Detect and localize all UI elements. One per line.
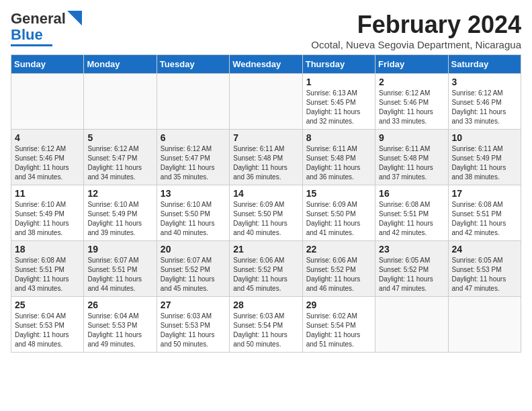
weekday-header: Thursday [302, 55, 375, 74]
calendar-day-cell [11, 74, 84, 130]
calendar-day-cell: 9Sunrise: 6:11 AMSunset: 5:48 PMDaylight… [375, 130, 448, 185]
weekday-header: Wednesday [230, 55, 302, 74]
calendar-day-cell: 16Sunrise: 6:08 AMSunset: 5:51 PMDayligh… [375, 185, 448, 241]
day-info: Sunrise: 6:09 AMSunset: 5:50 PMDaylight:… [306, 200, 371, 238]
day-info: Sunrise: 6:07 AMSunset: 5:52 PMDaylight:… [161, 256, 226, 293]
calendar-day-cell: 17Sunrise: 6:08 AMSunset: 5:51 PMDayligh… [448, 185, 521, 241]
calendar-day-cell: 1Sunrise: 6:13 AMSunset: 5:45 PMDaylight… [302, 74, 375, 130]
day-number: 20 [161, 244, 226, 255]
calendar-day-cell [84, 74, 157, 130]
day-info: Sunrise: 6:09 AMSunset: 5:50 PMDaylight:… [233, 200, 298, 238]
day-info: Sunrise: 6:08 AMSunset: 5:51 PMDaylight:… [379, 200, 444, 238]
day-number: 19 [87, 244, 152, 255]
day-number: 27 [161, 300, 226, 310]
day-info: Sunrise: 6:03 AMSunset: 5:53 PMDaylight:… [161, 312, 226, 349]
day-info: Sunrise: 6:04 AMSunset: 5:53 PMDaylight:… [15, 312, 80, 349]
day-number: 18 [15, 244, 80, 255]
day-number: 24 [452, 244, 517, 255]
day-info: Sunrise: 6:04 AMSunset: 5:53 PMDaylight:… [87, 312, 152, 349]
day-number: 13 [161, 188, 226, 199]
calendar-day-cell: 10Sunrise: 6:11 AMSunset: 5:49 PMDayligh… [448, 130, 521, 185]
day-info: Sunrise: 6:12 AMSunset: 5:46 PMDaylight:… [379, 89, 444, 126]
calendar-day-cell: 18Sunrise: 6:08 AMSunset: 5:51 PMDayligh… [11, 241, 84, 297]
calendar-day-cell: 12Sunrise: 6:10 AMSunset: 5:49 PMDayligh… [84, 185, 157, 241]
day-number: 1 [306, 77, 371, 87]
weekday-header: Sunday [11, 55, 84, 74]
calendar-day-cell [375, 297, 448, 353]
calendar-week-row: 18Sunrise: 6:08 AMSunset: 5:51 PMDayligh… [11, 241, 521, 297]
day-number: 28 [233, 300, 298, 310]
day-number: 26 [87, 300, 152, 310]
day-info: Sunrise: 6:07 AMSunset: 5:51 PMDaylight:… [87, 256, 152, 293]
weekday-header: Monday [84, 55, 157, 74]
calendar-day-cell: 7Sunrise: 6:11 AMSunset: 5:48 PMDaylight… [230, 130, 302, 185]
day-number: 14 [233, 188, 298, 199]
calendar-day-cell: 8Sunrise: 6:11 AMSunset: 5:48 PMDaylight… [302, 130, 375, 185]
weekday-header: Tuesday [157, 55, 229, 74]
day-info: Sunrise: 6:11 AMSunset: 5:48 PMDaylight:… [306, 144, 371, 182]
calendar-day-cell: 14Sunrise: 6:09 AMSunset: 5:50 PMDayligh… [230, 185, 302, 241]
calendar-day-cell: 28Sunrise: 6:03 AMSunset: 5:54 PMDayligh… [230, 297, 302, 353]
day-info: Sunrise: 6:12 AMSunset: 5:47 PMDaylight:… [87, 144, 152, 182]
calendar-day-cell: 27Sunrise: 6:03 AMSunset: 5:53 PMDayligh… [157, 297, 229, 353]
page-title: February 2024 [311, 11, 521, 39]
weekday-header: Saturday [448, 55, 521, 74]
day-number: 12 [87, 188, 152, 199]
day-info: Sunrise: 6:10 AMSunset: 5:49 PMDaylight:… [15, 200, 80, 238]
day-number: 6 [161, 132, 226, 143]
logo-bar [11, 44, 52, 46]
day-number: 29 [306, 300, 371, 310]
logo-triangle-icon [67, 11, 82, 26]
header: General Blue February 2024 Ocotal, Nueva… [11, 11, 521, 50]
day-info: Sunrise: 6:11 AMSunset: 5:48 PMDaylight:… [233, 144, 298, 182]
day-number: 10 [452, 132, 517, 143]
day-info: Sunrise: 6:05 AMSunset: 5:52 PMDaylight:… [379, 256, 444, 293]
day-info: Sunrise: 6:08 AMSunset: 5:51 PMDaylight:… [15, 256, 80, 293]
day-number: 5 [87, 132, 152, 143]
day-info: Sunrise: 6:12 AMSunset: 5:46 PMDaylight:… [15, 144, 80, 182]
day-number: 21 [233, 244, 298, 255]
day-info: Sunrise: 6:10 AMSunset: 5:49 PMDaylight:… [87, 200, 152, 238]
calendar-week-row: 1Sunrise: 6:13 AMSunset: 5:45 PMDaylight… [11, 74, 521, 130]
calendar-day-cell [230, 74, 302, 130]
logo-blue-text: Blue [11, 27, 43, 43]
day-info: Sunrise: 6:03 AMSunset: 5:54 PMDaylight:… [233, 312, 298, 349]
day-info: Sunrise: 6:06 AMSunset: 5:52 PMDaylight:… [306, 256, 371, 293]
day-info: Sunrise: 6:05 AMSunset: 5:53 PMDaylight:… [452, 256, 517, 293]
day-number: 8 [306, 132, 371, 143]
calendar-day-cell: 21Sunrise: 6:06 AMSunset: 5:52 PMDayligh… [230, 241, 302, 297]
calendar-day-cell: 23Sunrise: 6:05 AMSunset: 5:52 PMDayligh… [375, 241, 448, 297]
day-number: 9 [379, 132, 444, 143]
calendar-day-cell: 26Sunrise: 6:04 AMSunset: 5:53 PMDayligh… [84, 297, 157, 353]
calendar-day-cell: 4Sunrise: 6:12 AMSunset: 5:46 PMDaylight… [11, 130, 84, 185]
day-number: 11 [15, 188, 80, 199]
calendar-day-cell: 25Sunrise: 6:04 AMSunset: 5:53 PMDayligh… [11, 297, 84, 353]
day-info: Sunrise: 6:12 AMSunset: 5:47 PMDaylight:… [161, 144, 226, 182]
calendar: SundayMondayTuesdayWednesdayThursdayFrid… [11, 54, 521, 353]
calendar-day-cell: 13Sunrise: 6:10 AMSunset: 5:50 PMDayligh… [157, 185, 229, 241]
day-info: Sunrise: 6:06 AMSunset: 5:52 PMDaylight:… [233, 256, 298, 293]
day-info: Sunrise: 6:12 AMSunset: 5:46 PMDaylight:… [452, 89, 517, 126]
day-number: 16 [379, 188, 444, 199]
calendar-week-row: 4Sunrise: 6:12 AMSunset: 5:46 PMDaylight… [11, 130, 521, 185]
calendar-day-cell [448, 297, 521, 353]
calendar-week-row: 25Sunrise: 6:04 AMSunset: 5:53 PMDayligh… [11, 297, 521, 353]
weekday-header: Friday [375, 55, 448, 74]
logo: General Blue [11, 11, 82, 46]
calendar-day-cell: 11Sunrise: 6:10 AMSunset: 5:49 PMDayligh… [11, 185, 84, 241]
calendar-day-cell: 29Sunrise: 6:02 AMSunset: 5:54 PMDayligh… [302, 297, 375, 353]
svg-marker-0 [67, 11, 82, 26]
title-area: February 2024 Ocotal, Nueva Segovia Depa… [311, 11, 521, 50]
day-info: Sunrise: 6:13 AMSunset: 5:45 PMDaylight:… [306, 89, 371, 126]
day-number: 17 [452, 188, 517, 199]
day-number: 7 [233, 132, 298, 143]
page-subtitle: Ocotal, Nueva Segovia Department, Nicara… [311, 39, 521, 50]
day-number: 3 [452, 77, 517, 87]
calendar-day-cell: 15Sunrise: 6:09 AMSunset: 5:50 PMDayligh… [302, 185, 375, 241]
calendar-day-cell: 22Sunrise: 6:06 AMSunset: 5:52 PMDayligh… [302, 241, 375, 297]
day-number: 23 [379, 244, 444, 255]
day-info: Sunrise: 6:10 AMSunset: 5:50 PMDaylight:… [161, 200, 226, 238]
day-info: Sunrise: 6:11 AMSunset: 5:48 PMDaylight:… [379, 144, 444, 182]
day-number: 25 [15, 300, 80, 310]
calendar-day-cell: 20Sunrise: 6:07 AMSunset: 5:52 PMDayligh… [157, 241, 229, 297]
